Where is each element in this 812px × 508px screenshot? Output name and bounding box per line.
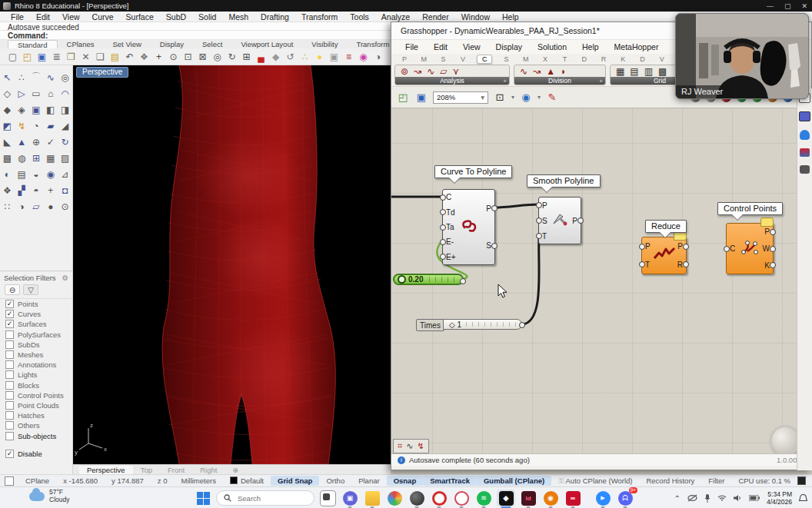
save-icon[interactable]: ▣ bbox=[414, 91, 428, 105]
filter-polysurfaces[interactable]: PolySurfaces bbox=[0, 330, 72, 340]
tool-icon[interactable]: ∴ bbox=[16, 71, 28, 83]
toolbar-tab-cplanes[interactable]: CPlanes bbox=[58, 40, 104, 48]
viewport-tab-right[interactable]: Right bbox=[192, 466, 225, 474]
output-port-p[interactable]: P bbox=[764, 227, 770, 236]
output-port-r[interactable]: R bbox=[677, 261, 683, 269]
status-cpu-use-0-1-[interactable]: CPU use: 0.1 % bbox=[731, 476, 797, 485]
layers-icon[interactable]: ≡ bbox=[342, 50, 355, 63]
tool-icon[interactable]: ∷ bbox=[2, 201, 13, 212]
gh-tab-2[interactable]: S bbox=[438, 55, 449, 63]
undo-icon[interactable]: ↶ bbox=[123, 50, 136, 63]
times-slider[interactable]: ◇ 1 bbox=[443, 319, 522, 330]
gh-tab-5[interactable]: S bbox=[501, 55, 511, 63]
filter-point-clouds[interactable]: Point Clouds bbox=[0, 400, 72, 410]
tool-icon[interactable]: ↯ bbox=[16, 120, 28, 131]
minimize-button[interactable]: — bbox=[767, 2, 774, 10]
input-port-c[interactable]: C bbox=[446, 193, 451, 201]
rotate-icon[interactable]: ↺ bbox=[284, 50, 297, 63]
gh-tab-12[interactable]: D bbox=[637, 55, 648, 63]
zoom-extents-icon[interactable]: ◎ bbox=[211, 50, 224, 63]
viewport-tab-front[interactable]: Front bbox=[160, 466, 192, 474]
input-port-s[interactable]: S bbox=[542, 217, 547, 225]
gh-tab-8[interactable]: T bbox=[559, 55, 570, 63]
tool-icon[interactable]: ◠ bbox=[59, 88, 71, 99]
filter-meshes[interactable]: Meshes bbox=[0, 350, 72, 360]
add-viewport-icon[interactable]: ⊕ bbox=[225, 466, 246, 474]
input-stub[interactable] bbox=[440, 239, 446, 245]
output-stub[interactable] bbox=[683, 244, 689, 250]
filter-hatches[interactable]: Hatches bbox=[0, 410, 72, 420]
tool-icon[interactable]: ▭ bbox=[30, 88, 42, 99]
tool-icon[interactable]: ⊕ bbox=[30, 136, 42, 148]
status-y-174-887[interactable]: y 174.887 bbox=[105, 476, 151, 485]
data-balloon[interactable] bbox=[760, 217, 774, 227]
tool-icon[interactable]: ▞ bbox=[16, 184, 28, 196]
output-port-s[interactable]: S bbox=[486, 241, 491, 250]
filter-subds[interactable]: SubDs bbox=[0, 340, 72, 350]
lock-icon[interactable]: ▣ bbox=[328, 50, 341, 63]
tool-icon[interactable]: ◣ bbox=[2, 136, 13, 148]
taskbar-app-blender[interactable]: ◉ bbox=[541, 490, 560, 506]
taskbar-app-indesign[interactable]: Id bbox=[519, 490, 537, 506]
tool-icon[interactable]: ⊿ bbox=[59, 168, 71, 180]
bell-icon[interactable] bbox=[800, 130, 810, 140]
tool-icon[interactable]: ◐ bbox=[2, 168, 13, 180]
search-input[interactable] bbox=[236, 493, 304, 503]
taskbar-app-opera[interactable] bbox=[430, 490, 448, 506]
component-curve-to-polyline[interactable]: CTdTaE-E+PS bbox=[442, 189, 495, 265]
input-port-e-[interactable]: E- bbox=[446, 237, 454, 246]
zoom-selected-icon[interactable]: ⊠ bbox=[196, 50, 209, 63]
checkbox[interactable] bbox=[5, 360, 14, 369]
canvas-compass[interactable] bbox=[770, 425, 800, 453]
status-auto-cplane-world-[interactable]: ⚿ Auto CPlane (World) bbox=[551, 476, 639, 486]
filter-blocks[interactable]: Blocks bbox=[0, 380, 72, 390]
toolbar-tab-visibility[interactable]: Visibility bbox=[302, 40, 347, 48]
curve-widget-icon[interactable]: ∿ bbox=[406, 441, 413, 451]
menu-file[interactable]: File bbox=[5, 12, 30, 22]
properties-icon[interactable]: ❐ bbox=[65, 50, 78, 63]
gh-tab-6[interactable]: M bbox=[521, 55, 531, 63]
input-stub[interactable] bbox=[440, 209, 446, 215]
component-icon[interactable]: ↝ bbox=[533, 66, 541, 77]
taskbar-app-file-explorer[interactable] bbox=[363, 490, 381, 506]
gh-menu-edit[interactable]: Edit bbox=[426, 42, 455, 51]
checkbox[interactable]: ✓ bbox=[5, 310, 14, 318]
gh-tab-10[interactable]: R bbox=[598, 55, 609, 63]
zoom-icon[interactable]: ⊙ bbox=[167, 50, 180, 63]
open-file-icon[interactable]: ◰ bbox=[396, 91, 410, 105]
tool-icon[interactable]: ↖ bbox=[2, 71, 13, 83]
filter-others[interactable]: Others bbox=[0, 420, 72, 430]
tool-icon[interactable]: ⊙ bbox=[59, 201, 71, 212]
status-z-0[interactable]: z 0 bbox=[151, 476, 175, 485]
color-wheel-icon[interactable]: ◉ bbox=[357, 50, 370, 63]
panel-toggle-icon[interactable] bbox=[5, 476, 14, 486]
component-icon[interactable]: ↝ bbox=[414, 66, 421, 77]
filter-points[interactable]: ✓Points bbox=[0, 299, 72, 309]
filter-sub-objects[interactable]: Sub-objects bbox=[0, 430, 72, 440]
input-stub[interactable] bbox=[724, 246, 730, 252]
filter-disable[interactable]: ✓ Disable bbox=[0, 449, 72, 459]
viewport-layout-icon[interactable]: ⊞ bbox=[240, 50, 253, 63]
menu-curve[interactable]: Curve bbox=[86, 12, 120, 22]
named-position-car-icon[interactable]: ▄ bbox=[255, 50, 268, 63]
input-stub[interactable] bbox=[536, 233, 542, 239]
component-smooth-polyline[interactable]: PSTP bbox=[538, 197, 581, 244]
component-icon[interactable]: ∿ bbox=[427, 66, 434, 77]
taskbar-app-discord[interactable]: ᗣ9+ bbox=[616, 490, 634, 506]
filter-control-points[interactable]: Control Points bbox=[0, 390, 72, 400]
tool-icon[interactable]: ◆ bbox=[2, 104, 13, 115]
notification-bell-icon[interactable] bbox=[799, 494, 807, 503]
menu-transform[interactable]: Transform bbox=[295, 12, 344, 22]
input-port-t[interactable]: T bbox=[645, 261, 650, 269]
gh-tab-11[interactable]: K bbox=[617, 55, 628, 63]
checkbox[interactable] bbox=[5, 350, 14, 359]
taskbar-app-spotify[interactable]: ≋ bbox=[474, 490, 493, 506]
menu-subd[interactable]: SubD bbox=[160, 12, 192, 22]
checkbox[interactable]: ✓ bbox=[5, 300, 14, 308]
taskbar-app-zoom-app[interactable]: ▶ bbox=[594, 490, 612, 506]
times-slider-label[interactable]: Times bbox=[416, 319, 444, 331]
gh-tab-0[interactable]: P bbox=[399, 55, 410, 63]
component-icon[interactable]: ◗ bbox=[561, 66, 566, 77]
checkbox[interactable]: ✓ bbox=[5, 450, 14, 458]
checkbox[interactable] bbox=[5, 391, 14, 400]
